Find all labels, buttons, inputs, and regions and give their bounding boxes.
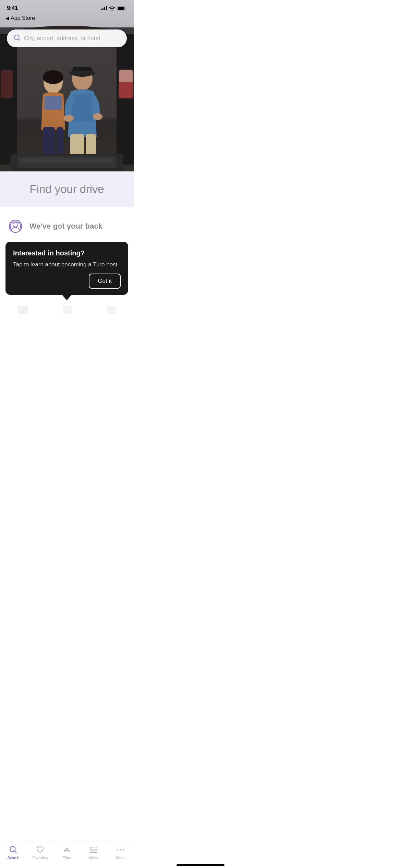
find-drive-section: Find your drive [0, 171, 134, 207]
search-bar-container: City, airport, address, or hotel [7, 29, 127, 47]
svg-line-3 [19, 39, 20, 41]
tooltip-bubble[interactable]: Interested in hosting? Tap to learn abou… [5, 242, 128, 295]
app-store-label: App Store [11, 15, 35, 21]
svg-point-31 [93, 113, 102, 120]
search-bar[interactable]: City, airport, address, or hotel [7, 29, 127, 47]
svg-rect-15 [119, 70, 133, 82]
battery-icon [117, 5, 127, 11]
tooltip-body: Tap to learn about becoming a Turo host [13, 261, 121, 269]
support-heading: We've got your back [29, 222, 102, 231]
app-store-nav[interactable]: ◀ App Store [0, 12, 40, 23]
got-it-button[interactable]: Got it [89, 274, 121, 289]
tooltip-arrow [62, 295, 72, 300]
svg-rect-36 [21, 158, 113, 163]
svg-rect-1 [118, 7, 124, 10]
svg-rect-39 [9, 226, 11, 229]
svg-rect-22 [57, 127, 63, 154]
tooltip-cta-area: Got it [13, 274, 121, 289]
svg-point-38 [13, 222, 18, 227]
svg-rect-17 [1, 70, 13, 98]
hero-image [0, 0, 134, 171]
signal-icon [101, 6, 107, 10]
find-drive-title: Find your drive [7, 182, 127, 196]
tooltip-title: Interested in hosting? [13, 249, 121, 257]
status-bar: 9:41 [0, 0, 134, 13]
back-arrow-icon: ◀ [5, 15, 9, 21]
search-icon [14, 34, 21, 43]
svg-point-19 [43, 70, 63, 84]
status-time: 9:41 [7, 5, 18, 12]
search-placeholder: City, airport, address, or hotel [24, 35, 100, 42]
tooltip-overlay: Interested in hosting? Tap to learn abou… [5, 242, 128, 300]
svg-point-28 [69, 71, 95, 76]
wifi-icon [109, 5, 115, 11]
svg-rect-40 [20, 226, 22, 229]
nav-icons-peek [0, 304, 134, 314]
status-icons [101, 5, 127, 11]
svg-point-30 [63, 115, 74, 122]
support-section: We've got your back [0, 207, 134, 242]
svg-rect-20 [45, 96, 62, 110]
support-icon [7, 218, 24, 235]
